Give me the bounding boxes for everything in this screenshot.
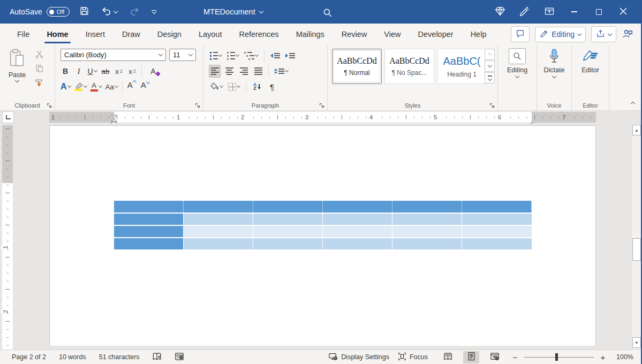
justify-button[interactable] <box>252 65 264 78</box>
font-size-select[interactable]: 11 <box>169 49 196 61</box>
strikethrough-button[interactable]: ab <box>100 65 111 78</box>
ribbon-display-options-button[interactable] <box>537 0 562 24</box>
table-cell[interactable] <box>323 226 392 237</box>
dictate-button[interactable]: Dictate <box>537 48 571 78</box>
premium-diamond-button[interactable] <box>488 0 512 24</box>
zoom-out-button[interactable]: − <box>510 353 520 362</box>
editing-mode-dropdown[interactable]: Editing <box>535 27 586 42</box>
style-normal[interactable]: AaBbCcDd ¶ Normal <box>332 49 382 84</box>
tab-file[interactable]: File <box>9 24 38 45</box>
highlight-button[interactable] <box>73 80 88 93</box>
share-button[interactable] <box>591 26 616 42</box>
horizontal-ruler[interactable]: 1 1 2 3 4 5 6 7 <box>49 112 596 123</box>
sparkle-pen-button[interactable] <box>512 0 537 24</box>
font-dialog-launcher[interactable] <box>194 102 201 108</box>
paste-button[interactable]: Paste <box>4 49 30 96</box>
paragraph-dialog-launcher[interactable] <box>319 102 325 108</box>
save-button[interactable] <box>77 4 92 20</box>
document-page[interactable] <box>49 125 596 346</box>
bullets-button[interactable] <box>209 49 223 62</box>
shrink-font-button[interactable]: A <box>139 80 151 93</box>
table-cell[interactable] <box>114 226 184 237</box>
table-cell[interactable] <box>114 214 184 225</box>
styles-scroll-down[interactable] <box>485 60 495 72</box>
customize-quick-access-button[interactable] <box>149 8 158 16</box>
editing-menu-button[interactable]: Editing <box>498 48 537 78</box>
scroll-down-button[interactable]: ▼ <box>632 337 641 348</box>
format-painter-button[interactable] <box>33 77 45 89</box>
table-header-cell[interactable] <box>392 201 462 213</box>
tab-layout[interactable]: Layout <box>190 24 231 45</box>
page-indicator[interactable]: Page 2 of 2 <box>7 351 50 363</box>
change-case-button[interactable]: Aa <box>104 80 119 93</box>
editor-button[interactable]: Editor <box>572 48 609 74</box>
styles-scroll-up[interactable] <box>485 49 495 60</box>
tab-insert[interactable]: Insert <box>77 24 114 45</box>
vertical-scrollbar[interactable]: ▲ ▼ <box>631 124 641 350</box>
text-effects-button[interactable]: A <box>59 80 72 93</box>
bold-button[interactable]: B <box>59 65 71 78</box>
table-cell[interactable] <box>323 214 392 225</box>
table-cell[interactable] <box>392 238 462 249</box>
proofing-status-button[interactable] <box>148 350 166 364</box>
scrollbar-thumb[interactable] <box>632 238 641 261</box>
tab-draw[interactable]: Draw <box>114 24 149 45</box>
sort-button[interactable]: AZ <box>251 80 263 93</box>
table-header-cell[interactable] <box>323 201 392 213</box>
show-hide-marks-button[interactable]: ¶ <box>266 80 278 93</box>
clear-formatting-button[interactable]: A <box>147 65 159 78</box>
undo-button[interactable] <box>99 4 119 20</box>
redo-button-disabled[interactable] <box>127 4 142 20</box>
subscript-button[interactable]: x2 <box>113 65 125 78</box>
tab-stop-selector[interactable] <box>2 111 14 123</box>
superscript-button[interactable]: x2 <box>126 65 138 78</box>
underline-button[interactable]: U <box>86 65 98 78</box>
document-title[interactable]: MTEDocument <box>203 7 263 16</box>
table-cell[interactable] <box>253 214 323 225</box>
table-cell[interactable] <box>392 226 462 237</box>
zoom-slider[interactable] <box>524 353 594 361</box>
focus-mode-button[interactable]: Focus <box>394 350 432 364</box>
vertical-ruler[interactable]: 1 2 <box>2 125 13 350</box>
grow-font-button[interactable]: A <box>126 80 138 93</box>
autosave-toggle[interactable]: Off <box>47 7 70 17</box>
font-color-button[interactable]: A <box>89 80 103 93</box>
numbering-button[interactable] <box>226 49 240 62</box>
character-count[interactable]: 51 characters <box>95 351 144 363</box>
clipboard-dialog-launcher[interactable] <box>46 102 52 108</box>
table-cell[interactable] <box>323 238 392 249</box>
display-settings-button[interactable]: Display Settings <box>324 350 394 364</box>
maximize-button[interactable] <box>586 0 611 24</box>
align-center-button[interactable] <box>223 65 235 78</box>
tab-mailings[interactable]: Mailings <box>288 24 333 45</box>
tab-home[interactable]: Home <box>38 24 77 45</box>
tab-review[interactable]: Review <box>333 24 376 45</box>
decrease-indent-button[interactable] <box>269 49 281 62</box>
multilevel-list-button[interactable] <box>243 49 259 62</box>
table-cell[interactable] <box>253 226 323 237</box>
presence-button[interactable] <box>622 28 633 41</box>
zoom-slider-thumb[interactable] <box>555 353 558 361</box>
table-cell[interactable] <box>462 238 532 249</box>
search-button[interactable] <box>320 5 335 22</box>
borders-button[interactable] <box>227 80 241 93</box>
table-header-cell[interactable] <box>253 201 323 213</box>
table-cell[interactable] <box>114 238 184 249</box>
table-cell[interactable] <box>184 226 253 237</box>
collapse-ribbon-button[interactable] <box>631 99 635 107</box>
table-cell[interactable] <box>462 214 532 225</box>
table-header-cell[interactable] <box>462 201 532 213</box>
italic-button[interactable]: I <box>73 65 85 78</box>
align-right-button[interactable] <box>238 65 250 78</box>
tab-help[interactable]: Help <box>462 24 495 45</box>
cut-button[interactable] <box>33 49 45 61</box>
print-layout-button[interactable] <box>463 351 479 363</box>
copy-button[interactable] <box>33 63 45 75</box>
tab-references[interactable]: References <box>230 24 287 45</box>
zoom-in-button[interactable]: + <box>598 353 608 362</box>
word-count[interactable]: 10 words <box>55 351 90 363</box>
font-family-select[interactable]: Calibri (Body) <box>61 49 166 61</box>
read-mode-button[interactable] <box>440 351 456 363</box>
tab-design[interactable]: Design <box>149 24 190 45</box>
increase-indent-button[interactable] <box>284 49 296 62</box>
